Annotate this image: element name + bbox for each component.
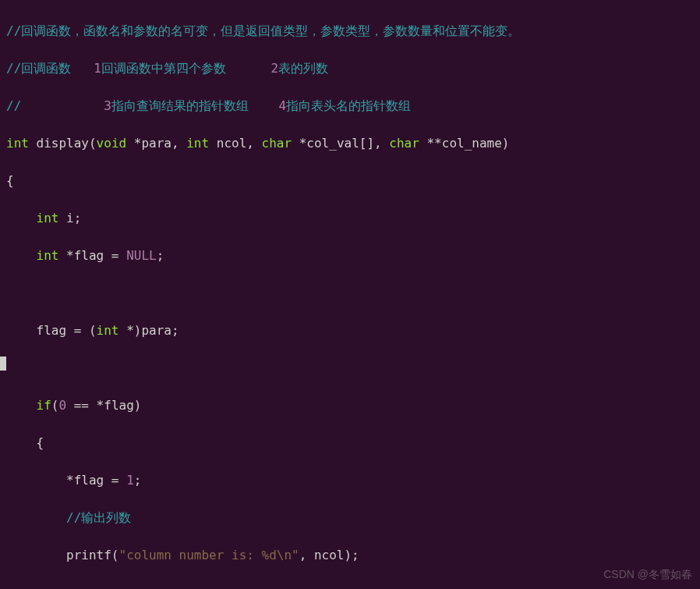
code-line: if(0 == *flag) bbox=[6, 396, 694, 415]
number: 0 bbox=[58, 398, 66, 413]
type-keyword: int bbox=[37, 248, 59, 263]
identifier: *para, bbox=[126, 136, 186, 151]
brace: { bbox=[6, 435, 44, 450]
indent bbox=[6, 398, 37, 413]
type-keyword: char bbox=[262, 136, 292, 151]
type-keyword: int bbox=[186, 136, 209, 151]
identifier: == *flag) bbox=[66, 398, 141, 413]
code-line: // 3指向查询结果的指针数组 4指向表头名的指针数组 bbox=[6, 97, 694, 115]
semicolon: ; bbox=[157, 248, 164, 263]
string-literal: "column number is: %d\n" bbox=[119, 548, 299, 562]
code-line: int *flag = NULL; bbox=[6, 247, 694, 265]
identifier: *flag = bbox=[6, 473, 126, 488]
comment-num: 3 bbox=[104, 98, 111, 113]
comment-text: //输出列数 bbox=[6, 510, 131, 525]
code-editor[interactable]: //回调函数，函数名和参数的名可变，但是返回值类型，参数类型，参数数量和位置不能… bbox=[6, 3, 694, 589]
keyword: if bbox=[37, 398, 51, 413]
identifier: , ncol); bbox=[299, 548, 359, 562]
comment-text: //回调函数，函数名和参数的名可变，但是返回值类型，参数类型，参数数量和位置不能… bbox=[6, 23, 520, 38]
comment-text: 指向查询结果的指针数组 bbox=[111, 98, 279, 113]
identifier: display( bbox=[29, 136, 97, 151]
watermark-text: CSDN @冬雪如春 bbox=[603, 566, 692, 583]
code-line bbox=[6, 359, 694, 378]
indent bbox=[6, 248, 37, 263]
identifier: printf( bbox=[6, 548, 119, 562]
type-keyword: void bbox=[97, 136, 127, 151]
identifier: **col_name) bbox=[419, 136, 510, 151]
type-keyword: char bbox=[389, 136, 419, 151]
type-keyword: int bbox=[37, 211, 59, 225]
identifier: flag = ( bbox=[6, 323, 97, 338]
code-line bbox=[6, 284, 694, 303]
code-line: //回调函数 1回调函数中第四个参数 2表的列数 bbox=[6, 59, 694, 78]
indent bbox=[6, 211, 37, 225]
type-keyword: int bbox=[6, 136, 29, 151]
comment-text: // bbox=[6, 98, 104, 113]
type-keyword: int bbox=[97, 323, 119, 338]
comment-num: 2 bbox=[271, 61, 279, 76]
identifier: *)para; bbox=[119, 323, 179, 338]
code-line: printf("column number is: %d\n", ncol); bbox=[6, 546, 694, 565]
comment-num: 4 bbox=[278, 98, 286, 113]
paren: ( bbox=[51, 398, 59, 413]
code-line: int display(void *para, int ncol, char *… bbox=[6, 134, 694, 153]
code-line: //输出列数 bbox=[6, 509, 694, 527]
identifier: *flag = bbox=[58, 248, 126, 263]
brace: { bbox=[6, 173, 14, 188]
code-line bbox=[6, 584, 694, 589]
semicolon: ; bbox=[134, 473, 142, 488]
code-line: //回调函数，函数名和参数的名可变，但是返回值类型，参数类型，参数数量和位置不能… bbox=[6, 22, 694, 41]
comment-num: 1 bbox=[94, 61, 101, 76]
code-line: { bbox=[6, 434, 694, 452]
code-line: { bbox=[6, 172, 694, 190]
comment-text: 表的列数 bbox=[278, 61, 328, 76]
identifier: i; bbox=[58, 211, 81, 225]
comment-text: 指向表头名的指针数组 bbox=[286, 98, 411, 113]
code-line: flag = (int *)para; bbox=[6, 321, 694, 340]
code-line: *flag = 1; bbox=[6, 471, 694, 490]
comment-text: //回调函数 bbox=[6, 61, 94, 76]
code-line: int i; bbox=[6, 209, 694, 228]
identifier: *col_val[], bbox=[292, 136, 389, 151]
null-literal: NULL bbox=[126, 248, 157, 263]
identifier: ncol, bbox=[209, 136, 261, 151]
comment-text: 回调函数中第四个参数 bbox=[101, 61, 271, 76]
text-cursor bbox=[0, 357, 6, 371]
number: 1 bbox=[126, 473, 134, 488]
